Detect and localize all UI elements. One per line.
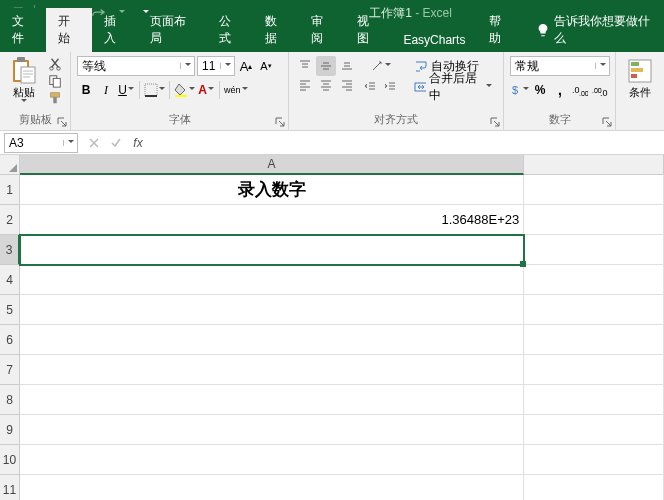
formula-input[interactable] [154,133,664,153]
tab-view[interactable]: 视图 [345,8,391,52]
tab-data[interactable]: 数据 [253,8,299,52]
cell-b3[interactable] [524,235,664,265]
increase-indent-button[interactable] [381,77,399,97]
tab-home[interactable]: 开始 [46,8,92,52]
tab-file[interactable]: 文件 [0,8,46,52]
cell-a6[interactable] [20,325,524,355]
cut-button[interactable] [46,56,64,72]
cell-a8[interactable] [20,385,524,415]
align-center-button[interactable] [316,75,336,95]
col-header-b[interactable] [524,155,664,175]
decrease-decimal-button[interactable]: .00.0 [591,80,609,100]
comma-button[interactable]: , [551,80,569,100]
tell-me[interactable]: 告诉我你想要做什么 [524,8,664,52]
align-right-button[interactable] [337,75,357,95]
font-size-combo[interactable]: 11 [197,56,235,76]
cell-b6[interactable] [524,325,664,355]
tab-page-layout[interactable]: 页面布局 [138,8,206,52]
decrease-font-button[interactable]: A▾ [257,56,275,76]
row-header-2[interactable]: 2 [0,205,20,235]
select-all-button[interactable] [0,155,20,175]
chevron-down-icon[interactable] [180,63,194,69]
chevron-down-icon[interactable] [63,140,77,146]
format-painter-button[interactable] [46,90,64,106]
cell-b1[interactable] [524,175,664,205]
row-header-3[interactable]: 3 [0,235,20,265]
cell-a10[interactable] [20,445,524,475]
cell-b2[interactable] [524,205,664,235]
row-header-4[interactable]: 4 [0,265,20,295]
chevron-down-icon[interactable] [595,63,609,69]
number-format-combo[interactable]: 常规 [510,56,610,76]
copy-button[interactable] [46,73,64,89]
row-header-6[interactable]: 6 [0,325,20,355]
name-box[interactable]: A3 [4,133,78,153]
redo-button[interactable] [87,2,109,24]
cell-a11[interactable] [20,475,524,500]
svg-rect-12 [145,84,157,96]
cell-a3[interactable] [20,235,524,265]
merge-center-button[interactable]: 合并后居中 [409,77,497,97]
font-family-combo[interactable]: 等线 [77,56,195,76]
clipboard-dialog-launcher[interactable] [56,116,68,128]
conditional-formatting-button[interactable]: 条件 [622,56,658,98]
tab-formulas[interactable]: 公式 [207,8,253,52]
cell-b7[interactable] [524,355,664,385]
italic-button[interactable]: I [97,80,115,100]
align-left-button[interactable] [295,75,315,95]
align-top-button[interactable] [295,56,315,76]
cell-a1[interactable]: 录入数字 [20,175,524,205]
cell-b8[interactable] [524,385,664,415]
redo-menu[interactable] [111,2,133,24]
font-family-value: 等线 [78,58,180,75]
tab-help[interactable]: 帮助 [477,8,523,52]
cell-a7[interactable] [20,355,524,385]
accounting-format-button[interactable]: $ [510,80,529,100]
number-dialog-launcher[interactable] [601,116,613,128]
align-middle-button[interactable] [316,56,336,76]
paste-button[interactable]: 粘贴 [6,56,42,105]
orientation-button[interactable] [361,56,399,76]
underline-button[interactable]: U [117,80,135,100]
bold-button[interactable]: B [77,80,95,100]
row-header-8[interactable]: 8 [0,385,20,415]
row-header-1[interactable]: 1 [0,175,20,205]
formula-bar: A3 fx [0,131,664,155]
spreadsheet-grid[interactable]: A 1 2 3 4 5 6 7 8 9 10 11 录入数字 1.36488E+… [0,155,664,500]
cell-b11[interactable] [524,475,664,500]
phonetic-button[interactable]: wén [224,80,248,100]
row-header-11[interactable]: 11 [0,475,20,500]
cell-a5[interactable] [20,295,524,325]
increase-font-button[interactable]: A▴ [237,56,255,76]
cell-a9[interactable] [20,415,524,445]
ribbon-tabs: 文件 开始 插入 页面布局 公式 数据 审阅 视图 EasyCharts 帮助 … [0,26,664,52]
cell-b4[interactable] [524,265,664,295]
paste-label: 粘贴 [13,87,35,98]
row-header-9[interactable]: 9 [0,415,20,445]
col-header-a[interactable]: A [20,155,524,175]
tab-easycharts[interactable]: EasyCharts [391,28,477,52]
group-font: 等线 11 A▴ A▾ B I U [71,52,289,130]
row-header-7[interactable]: 7 [0,355,20,385]
cell-b10[interactable] [524,445,664,475]
font-color-button[interactable]: A [197,80,215,100]
percent-button[interactable]: % [531,80,549,100]
tab-review[interactable]: 审阅 [299,8,345,52]
fill-color-button[interactable] [174,80,195,100]
align-bottom-button[interactable] [337,56,357,76]
border-button[interactable] [144,80,165,100]
cond-label: 条件 [629,87,651,98]
chevron-down-icon[interactable] [220,63,234,69]
increase-decimal-button[interactable]: .0.00 [571,80,589,100]
decrease-indent-button[interactable] [361,77,379,97]
font-dialog-launcher[interactable] [274,116,286,128]
cell-a2[interactable]: 1.36488E+23 [20,205,524,235]
svg-rect-14 [175,95,187,97]
alignment-dialog-launcher[interactable] [489,116,501,128]
cell-b9[interactable] [524,415,664,445]
cell-a4[interactable] [20,265,524,295]
row-header-10[interactable]: 10 [0,445,20,475]
insert-function-button[interactable]: fx [128,133,148,153]
cell-b5[interactable] [524,295,664,325]
row-header-5[interactable]: 5 [0,295,20,325]
